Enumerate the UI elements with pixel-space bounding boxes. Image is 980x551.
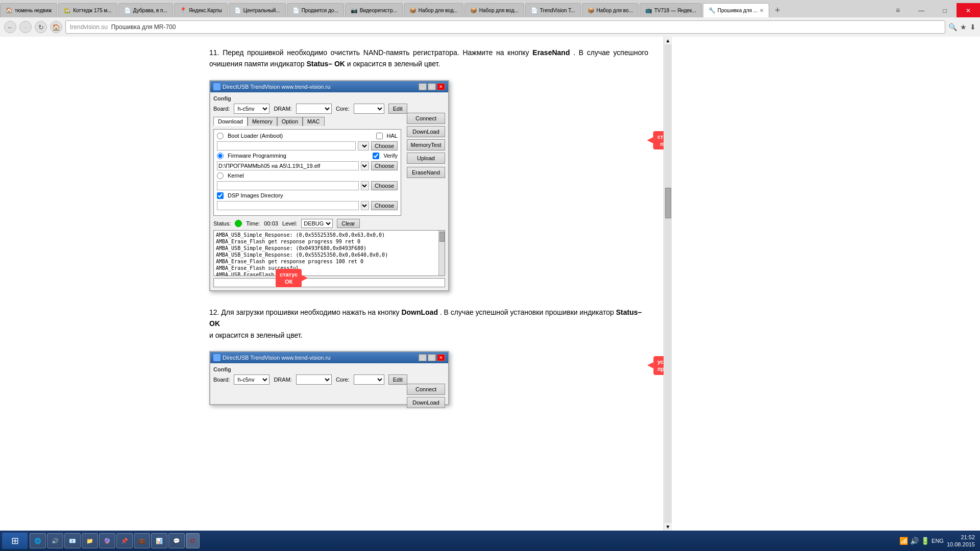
tab-option[interactable]: Option bbox=[277, 117, 303, 126]
dsp-path-select[interactable] bbox=[361, 201, 369, 210]
taskbar-btn-app4[interactable]: 📊 bbox=[151, 533, 167, 548]
bubble-erase: стираниепамяти bbox=[653, 131, 664, 150]
forward-button[interactable]: → bbox=[19, 21, 32, 33]
hal-checkbox[interactable] bbox=[376, 133, 383, 139]
tab-firmware-active[interactable]: 🔧 Прошивка для ... ✕ bbox=[703, 3, 769, 17]
tab-new-button[interactable]: + bbox=[770, 3, 785, 17]
dialog2-close[interactable]: ✕ bbox=[437, 354, 445, 361]
erasenand-button[interactable]: EraseNand bbox=[407, 167, 445, 178]
taskbar-btn-app1[interactable]: 🔮 bbox=[99, 533, 115, 548]
scrollbar-down[interactable]: ▼ bbox=[666, 524, 671, 530]
taskbar-btn-app2[interactable]: 📌 bbox=[116, 533, 133, 548]
kernel-path-input[interactable] bbox=[217, 181, 359, 190]
menu-icon[interactable]: ≡ bbox=[886, 3, 910, 17]
board-select[interactable]: h-c5nv bbox=[234, 104, 270, 114]
tray-network-icon[interactable]: 📶 bbox=[899, 537, 908, 545]
tab-trendvision[interactable]: 📄 TrendVision T... bbox=[525, 3, 581, 17]
kernel-path-select[interactable] bbox=[361, 181, 369, 190]
clear-button[interactable]: Clear bbox=[337, 219, 359, 228]
dialog1-maximize[interactable]: □ bbox=[428, 83, 436, 90]
tab-kit1[interactable]: 📦 Набор для вод... bbox=[404, 3, 463, 17]
tab-video[interactable]: 📷 Видеорегистр... bbox=[345, 3, 403, 17]
ie-icon: 🌐 bbox=[34, 538, 41, 544]
dialog2-download-button[interactable]: DownLoad bbox=[407, 397, 445, 408]
level-select[interactable]: DEBUG bbox=[301, 219, 333, 228]
taskbar-btn-mail[interactable]: 📧 bbox=[64, 533, 81, 548]
taskbar-btn-skype[interactable]: 💬 bbox=[168, 533, 185, 548]
upload-button[interactable]: Upload bbox=[407, 153, 445, 164]
download-icon[interactable]: ⬇ bbox=[970, 23, 976, 31]
tab-tyumen[interactable]: 🏠 тюмень недвиж bbox=[0, 3, 57, 17]
firmware-radio[interactable] bbox=[217, 153, 224, 159]
dialog2-minimize[interactable]: _ bbox=[419, 354, 427, 361]
dialog1-container: DirectUSB TrendVision www.trend-vision.r… bbox=[209, 80, 648, 291]
tray-clock[interactable]: 21:52 10.08.2015 bbox=[947, 534, 975, 548]
dialog2-dram-select[interactable] bbox=[296, 374, 332, 385]
taskbar-btn-opera[interactable]: O bbox=[186, 533, 200, 548]
back-button[interactable]: ← bbox=[4, 21, 16, 33]
tab-sold[interactable]: 📄 Продается до... bbox=[287, 3, 344, 17]
tab-close-firmware[interactable]: ✕ bbox=[760, 8, 764, 13]
page-scrollbar[interactable]: ▲ ▼ bbox=[664, 37, 672, 531]
dsp-checkbox[interactable] bbox=[217, 192, 224, 199]
close-button[interactable]: ✕ bbox=[957, 3, 980, 17]
home-button[interactable]: 🏠 bbox=[50, 21, 62, 33]
scrollbar-up[interactable]: ▲ bbox=[666, 38, 671, 43]
tab-dubrava[interactable]: 📄 Дубрава, в п... bbox=[118, 3, 173, 17]
maximize-button[interactable]: □ bbox=[933, 3, 957, 17]
verify-checkbox[interactable] bbox=[373, 153, 379, 159]
log-scrollbar[interactable] bbox=[438, 231, 445, 276]
firmware-choose-button[interactable]: Choose bbox=[371, 161, 398, 170]
dialog2-titlebar: DirectUSB TrendVision www.trend-vision.r… bbox=[210, 352, 448, 363]
taskbar-btn-ie[interactable]: 🌐 bbox=[30, 533, 46, 548]
taskbar-btn-app3[interactable]: 💼 bbox=[134, 533, 150, 548]
tab-mac[interactable]: MAC bbox=[303, 117, 324, 126]
dialog2-core-select[interactable] bbox=[354, 374, 384, 385]
dsp-choose-button[interactable]: Choose bbox=[371, 201, 398, 210]
tab-memory[interactable]: Memory bbox=[248, 117, 277, 126]
tab-tv718[interactable]: 📺 TV718 — Яндек... bbox=[640, 3, 702, 17]
tray-battery-icon[interactable]: 🔋 bbox=[921, 537, 929, 545]
start-button[interactable]: ⊞ bbox=[2, 533, 28, 549]
tab-kit2[interactable]: 📦 Набор для вод... bbox=[464, 3, 524, 17]
core-select[interactable] bbox=[354, 104, 384, 114]
refresh-button[interactable]: ↻ bbox=[35, 21, 47, 33]
tab-kit3[interactable]: 📦 Набор для во... bbox=[582, 3, 639, 17]
tab-central[interactable]: 📄 Центральный... bbox=[229, 3, 286, 17]
taskbar-btn-folder[interactable]: 📁 bbox=[82, 533, 98, 548]
dialog1-close[interactable]: ✕ bbox=[437, 83, 445, 90]
dialog2-edit-button[interactable]: Edit bbox=[388, 374, 407, 385]
tab-download[interactable]: Download bbox=[213, 117, 248, 126]
memorytest-button[interactable]: MemoryTest bbox=[407, 139, 445, 151]
dialog2-connect-button[interactable]: Connect bbox=[407, 384, 445, 395]
dsp-path-input[interactable] bbox=[217, 201, 359, 210]
download-button[interactable]: DownLoad bbox=[407, 126, 445, 137]
bootloader-radio[interactable] bbox=[217, 133, 224, 139]
tray-volume-icon[interactable]: 🔊 bbox=[910, 537, 919, 545]
firmware-path-input[interactable] bbox=[217, 161, 359, 170]
connect-button[interactable]: Connect bbox=[407, 113, 445, 124]
firmware-path-select[interactable] bbox=[361, 161, 369, 170]
bootloader-choose-button[interactable]: Choose bbox=[371, 141, 398, 151]
kernel-choose-button[interactable]: Choose bbox=[371, 181, 398, 190]
dialog2-board-select[interactable]: h-c5nv bbox=[234, 374, 270, 385]
edit-button[interactable]: Edit bbox=[388, 104, 407, 114]
address-bar[interactable]: trendvision.su Прошивка для MR-700 bbox=[65, 20, 945, 34]
bootloader-path-select[interactable] bbox=[358, 141, 369, 151]
scrollbar-thumb-page[interactable] bbox=[665, 188, 671, 218]
bootloader-path-input[interactable] bbox=[217, 141, 356, 151]
star-icon[interactable]: ★ bbox=[960, 23, 967, 31]
minimize-button[interactable]: — bbox=[910, 3, 933, 17]
dialog2-right-buttons: Connect DownLoad bbox=[407, 384, 445, 408]
scrollbar-thumb[interactable] bbox=[439, 232, 445, 242]
dialog1-minimize[interactable]: _ bbox=[419, 83, 427, 90]
taskbar-btn-audio[interactable]: 🔊 bbox=[47, 533, 63, 548]
dialog1-bottom-input[interactable] bbox=[213, 278, 445, 287]
tab-yandex-maps[interactable]: 📍 Яндекс.Карты bbox=[174, 3, 228, 17]
tray-lang[interactable]: ENG bbox=[932, 538, 944, 544]
kernel-radio[interactable] bbox=[217, 172, 224, 179]
dialog2-maximize[interactable]: □ bbox=[428, 354, 436, 361]
search-icon[interactable]: 🔍 bbox=[948, 23, 957, 31]
tab-cottage[interactable]: 🏡 Коттедж 175 м... bbox=[58, 3, 117, 17]
dram-select[interactable] bbox=[296, 104, 332, 114]
